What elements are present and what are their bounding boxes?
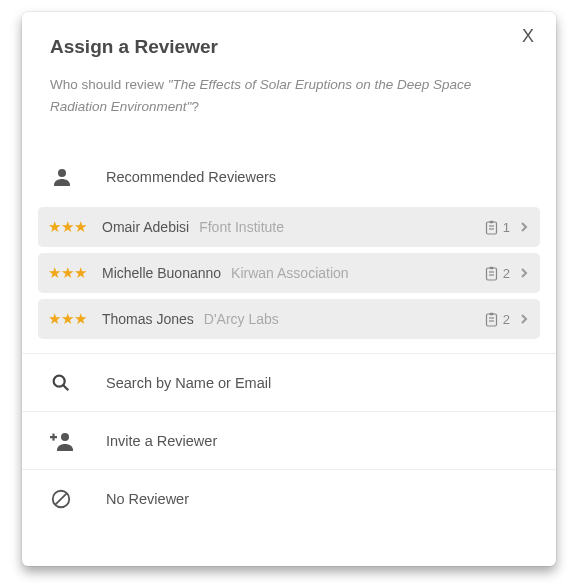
clipboard-icon <box>485 220 498 235</box>
assignment-count: 1 <box>485 220 510 235</box>
chevron-right-icon <box>520 221 530 233</box>
no-reviewer-option[interactable]: No Reviewer <box>22 469 556 527</box>
clipboard-icon <box>485 312 498 327</box>
star-rating: ★★★ <box>48 264 102 282</box>
assignment-count: 2 <box>485 312 510 327</box>
reviewer-name: Thomas Jones <box>102 311 194 327</box>
recommended-label: Recommended Reviewers <box>106 169 276 185</box>
count-value: 2 <box>503 266 510 281</box>
prohibit-icon <box>50 488 106 510</box>
star-rating: ★★★ <box>48 310 102 328</box>
search-label: Search by Name or Email <box>106 375 271 391</box>
chevron-right-icon <box>520 313 530 325</box>
reviewer-affiliation: D'Arcy Labs <box>204 311 279 327</box>
chevron-right-icon <box>520 267 530 279</box>
invite-option[interactable]: Invite a Reviewer <box>22 411 556 469</box>
svg-rect-1 <box>486 222 496 234</box>
svg-line-19 <box>55 493 67 505</box>
assign-reviewer-modal: X Assign a Reviewer Who should review "T… <box>22 12 556 566</box>
reviewer-list: ★★★ Omair Adebisi Ffont Institute 1 ★★★ … <box>22 203 556 353</box>
svg-rect-5 <box>486 268 496 280</box>
close-button[interactable]: X <box>522 26 534 47</box>
svg-point-13 <box>54 375 65 386</box>
no-reviewer-label: No Reviewer <box>106 491 189 507</box>
person-add-icon <box>50 430 106 452</box>
svg-point-15 <box>61 433 69 441</box>
reviewer-row[interactable]: ★★★ Michelle Buonanno Kirwan Association… <box>38 253 540 293</box>
svg-rect-17 <box>52 433 54 440</box>
clipboard-icon <box>485 266 498 281</box>
person-icon <box>50 165 106 189</box>
modal-title: Assign a Reviewer <box>22 36 556 58</box>
reviewer-row[interactable]: ★★★ Omair Adebisi Ffont Institute 1 <box>38 207 540 247</box>
reviewer-name: Michelle Buonanno <box>102 265 221 281</box>
svg-rect-10 <box>489 312 493 314</box>
count-value: 1 <box>503 220 510 235</box>
svg-rect-2 <box>489 220 493 222</box>
count-value: 2 <box>503 312 510 327</box>
invite-label: Invite a Reviewer <box>106 433 217 449</box>
search-icon <box>50 372 106 394</box>
reviewer-row[interactable]: ★★★ Thomas Jones D'Arcy Labs 2 <box>38 299 540 339</box>
subtitle-prefix: Who should review <box>50 77 168 92</box>
svg-point-0 <box>58 169 66 177</box>
svg-line-14 <box>63 385 68 390</box>
star-rating: ★★★ <box>48 218 102 236</box>
svg-rect-6 <box>489 266 493 268</box>
reviewer-affiliation: Kirwan Association <box>231 265 349 281</box>
reviewer-affiliation: Ffont Institute <box>199 219 284 235</box>
recommended-reviewers-header: Recommended Reviewers <box>22 151 556 203</box>
modal-subtitle: Who should review "The Effects of Solar … <box>22 74 556 117</box>
subtitle-suffix: ? <box>191 99 199 114</box>
search-option[interactable]: Search by Name or Email <box>22 353 556 411</box>
svg-rect-9 <box>486 314 496 326</box>
reviewer-name: Omair Adebisi <box>102 219 189 235</box>
assignment-count: 2 <box>485 266 510 281</box>
